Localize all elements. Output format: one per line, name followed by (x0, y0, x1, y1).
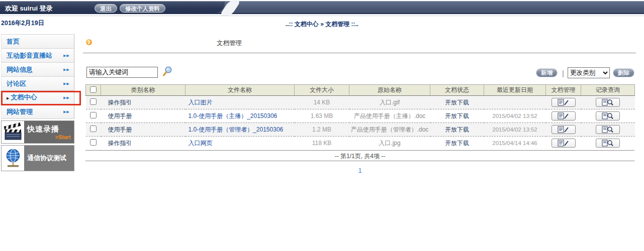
sidebar-item-label: 网站信息 (7, 63, 33, 76)
table-row: 操作指引 入口图片 14 KB 入口.gif 开放下载 (86, 96, 635, 109)
cell-status: 开放下载 (430, 123, 484, 137)
cell-status: 开放下载 (430, 96, 484, 109)
edit-document-button[interactable] (551, 139, 576, 148)
sidebar-item-label: 网站管理 (7, 105, 33, 118)
header-status: 文档状态 (430, 85, 484, 96)
edit-document-button[interactable] (551, 98, 576, 107)
edit-document-button[interactable] (551, 111, 576, 120)
main-content: ❯ 文档管理 新增 | 更改类别 删除 (83, 0, 638, 251)
submenu-arrows-icon: ▶▶ (63, 105, 70, 118)
cell-category: 使用手册 (101, 109, 186, 123)
query-record-button[interactable] (596, 111, 620, 120)
pagination: 1 (85, 166, 634, 175)
quick-record-banner[interactable]: 快速录播 >Start (1, 120, 74, 144)
sidebar-item-document-center[interactable]: ▶文档中心 ▶▶ (2, 91, 74, 105)
section-title: 文档管理 (217, 39, 242, 48)
row-checkbox[interactable] (90, 139, 97, 146)
submenu-arrows-icon: ▶▶ (63, 91, 70, 104)
sidebar-item-home[interactable]: 首页 (2, 35, 74, 49)
page-summary: -- 第1/1页, 共4项 -- (85, 150, 634, 161)
sidebar-item-label: ▶文档中心 (7, 90, 37, 105)
cell-category: 使用手册 (101, 123, 186, 137)
delete-button[interactable]: 删除 (613, 68, 634, 77)
cell-original-name: 产品使用手册（主播）.doc (349, 109, 430, 123)
cell-updated: 2015/04/14 14:46 (484, 137, 546, 150)
table-row: 使用手册 1.0-使用手册（管理者）_20150306 1.2 MB 产品使用手… (86, 123, 635, 137)
row-checkbox[interactable] (90, 98, 97, 105)
keyword-search-input[interactable] (86, 67, 158, 78)
cell-original-name: 入口.gif (349, 96, 430, 109)
cell-category: 操作指引 (101, 137, 186, 150)
header-category: 类别名称 (101, 85, 186, 96)
header-doc-manage: 文档管理 (546, 85, 581, 96)
cell-updated: 2015/04/02 13:52 (484, 123, 546, 137)
cell-original-name: 产品使用手册（管理者）.doc (349, 123, 430, 137)
cell-category: 操作指引 (101, 96, 186, 109)
submenu-arrows-icon: ▶▶ (63, 77, 70, 90)
sidebar-item-label: 首页 (7, 35, 20, 48)
header-filesize: 文件大小 (295, 85, 349, 96)
title-divider-line (83, 53, 636, 53)
cell-status: 开放下载 (430, 137, 484, 150)
cell-filename-link[interactable]: 1.0-使用手册（管理者）_20150306 (186, 123, 295, 137)
protocol-test-banner-body: 通信协议测试 (24, 146, 74, 171)
protocol-test-banner[interactable]: 通信协议测试 (1, 145, 74, 171)
select-all-checkbox[interactable] (90, 86, 97, 93)
toolbar-divider: | (562, 69, 564, 77)
quick-record-title: 快速录播 (27, 124, 71, 134)
cell-filename-link[interactable]: 入口图片 (186, 96, 295, 109)
row-checkbox[interactable] (90, 112, 97, 118)
header-updated: 最近更新日期 (484, 85, 546, 96)
sidebar-item-label: 互动影音直播站 (7, 49, 52, 62)
cell-filename-link[interactable]: 入口网页 (186, 137, 295, 150)
submenu-arrows-icon: ▶▶ (63, 49, 70, 62)
header-record-query: 记录查询 (581, 85, 635, 96)
table-row: 操作指引 入口网页 118 KB 入口.jpg 开放下载 2015/04/14 … (86, 137, 635, 150)
page: 欢迎 suirui 登录 退出 修改个人资料 2016年2月19日 ..:: 文… (0, 0, 644, 251)
add-button[interactable]: 新增 (536, 68, 558, 77)
query-record-button[interactable] (596, 125, 620, 134)
cell-filename-link[interactable]: 1.0-使用手册（主播）_20150306 (186, 109, 295, 123)
table-row: 使用手册 1.0-使用手册（主播）_20150306 1.63 MB 产品使用手… (86, 109, 635, 123)
cell-filesize: 14 KB (295, 96, 349, 109)
table-header-row: 类别名称 文件名称 文件大小 原始名称 文档状态 最近更新日期 文档管理 记录查… (86, 85, 635, 96)
cell-status: 开放下载 (430, 109, 484, 123)
active-marker-icon: ▶ (7, 96, 9, 100)
sidebar-item-site-admin[interactable]: 网站管理 ▶▶ (2, 105, 74, 119)
quick-record-banner-body: 快速录播 >Start (24, 121, 74, 143)
header-original-name: 原始名称 (349, 85, 430, 96)
documents-table: 类别名称 文件名称 文件大小 原始名称 文档状态 最近更新日期 文档管理 记录查… (85, 84, 635, 150)
cell-filesize: 1.63 MB (295, 109, 349, 123)
sidebar-item-live-station[interactable]: 互动影音直播站 ▶▶ (2, 49, 74, 63)
network-globe-icon (2, 146, 24, 171)
edit-document-button[interactable] (551, 125, 576, 134)
page-number-link[interactable]: 1 (358, 167, 361, 174)
header-filename: 文件名称 (186, 85, 295, 96)
cell-original-name: 入口.jpg (349, 137, 430, 150)
cell-filesize: 1.2 MB (295, 123, 349, 137)
quick-record-start-label: >Start (27, 134, 71, 140)
table-toolbar: 新增 | 更改类别 删除 (536, 67, 634, 79)
cell-filesize: 118 KB (295, 137, 349, 150)
sidebar-menu: 首页 互动影音直播站 ▶▶ 网站信息 ▶▶ 讨论区 ▶▶ ▶文档中心 ▶▶ 网站… (1, 34, 74, 119)
query-record-button[interactable] (596, 98, 620, 107)
protocol-test-title: 通信协议测试 (27, 154, 71, 163)
section-bullet-icon: ❯ (86, 39, 92, 45)
sidebar-item-forum[interactable]: 讨论区 ▶▶ (2, 77, 74, 91)
row-checkbox[interactable] (90, 126, 97, 132)
clapperboard-icon (2, 121, 24, 143)
documents-table-area: 类别名称 文件名称 文件大小 原始名称 文档状态 最近更新日期 文档管理 记录查… (85, 84, 634, 175)
query-record-button[interactable] (596, 139, 620, 148)
welcome-text: 欢迎 suirui 登录 (5, 4, 53, 13)
cell-updated (484, 96, 546, 109)
sidebar-item-label: 讨论区 (7, 77, 26, 90)
sidebar-item-site-info[interactable]: 网站信息 ▶▶ (2, 63, 74, 77)
change-category-select[interactable]: 更改类别 (568, 67, 610, 78)
search-magnifier-icon[interactable] (162, 66, 172, 79)
cell-updated: 2015/04/02 13:52 (484, 109, 546, 123)
submenu-arrows-icon: ▶▶ (63, 63, 70, 76)
